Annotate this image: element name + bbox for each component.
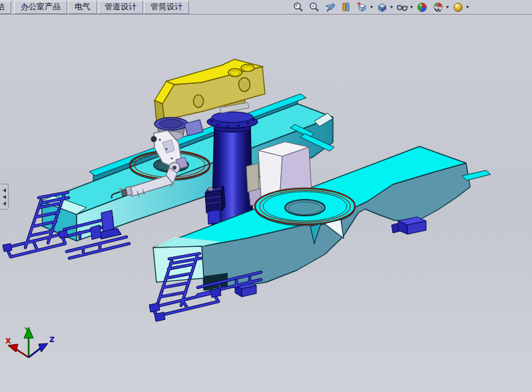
triad-y-label: Y xyxy=(24,326,31,335)
application-window: 评估 办公室产品 电气 管道设计 管筒设计 ▾ xyxy=(0,0,532,392)
view-settings-icon[interactable] xyxy=(451,1,464,13)
expander-arrow-icon xyxy=(3,188,6,192)
expander-arrow-icon xyxy=(3,195,6,199)
view-orientation-icon[interactable] xyxy=(356,1,368,13)
commandmanager-tabs: 评估 办公室产品 电气 管道设计 管筒设计 xyxy=(0,0,190,14)
robot-boom[interactable] xyxy=(154,59,265,120)
section-view-icon[interactable] xyxy=(340,1,352,13)
display-style-dropdown[interactable]: ▾ xyxy=(390,4,393,10)
view-settings-dropdown[interactable]: ▾ xyxy=(466,4,469,10)
expander-arrow-icon xyxy=(3,202,6,206)
orientation-triad: X Y Z xyxy=(5,326,55,357)
edit-appearance-icon[interactable] xyxy=(415,1,428,13)
triad-x-label: X xyxy=(5,337,11,345)
hide-show-items-dropdown[interactable]: ▾ xyxy=(410,4,413,10)
tab-electrical[interactable]: 电气 xyxy=(68,1,97,14)
previous-view-icon[interactable] xyxy=(324,1,336,13)
tab-office-products[interactable]: 办公室产品 xyxy=(14,1,67,14)
zoom-to-area-icon[interactable] xyxy=(308,1,320,13)
command-toolbar: 评估 办公室产品 电气 管道设计 管筒设计 ▾ xyxy=(0,0,532,15)
feature-tree-expander[interactable] xyxy=(0,184,9,210)
apply-scene-dropdown[interactable]: ▾ xyxy=(446,4,449,10)
triad-z-label: Z xyxy=(49,335,55,344)
3d-viewport[interactable]: X Y Z xyxy=(0,0,532,392)
tab-piping-design[interactable]: 管道设计 xyxy=(98,1,143,14)
view-orientation-dropdown[interactable]: ▾ xyxy=(370,4,373,10)
zoom-to-fit-icon[interactable] xyxy=(292,1,304,13)
view-toolbar: ▾ ▾ ▾ ▾ ▾ xyxy=(292,1,468,13)
tab-evaluate-partial[interactable]: 评估 xyxy=(0,0,14,14)
display-style-icon[interactable] xyxy=(376,1,388,13)
tab-tubing-design[interactable]: 管筒设计 xyxy=(144,1,189,14)
tab-label: 评估 xyxy=(0,1,5,13)
hide-show-items-icon[interactable] xyxy=(396,1,408,13)
apply-scene-icon[interactable] xyxy=(431,1,444,13)
